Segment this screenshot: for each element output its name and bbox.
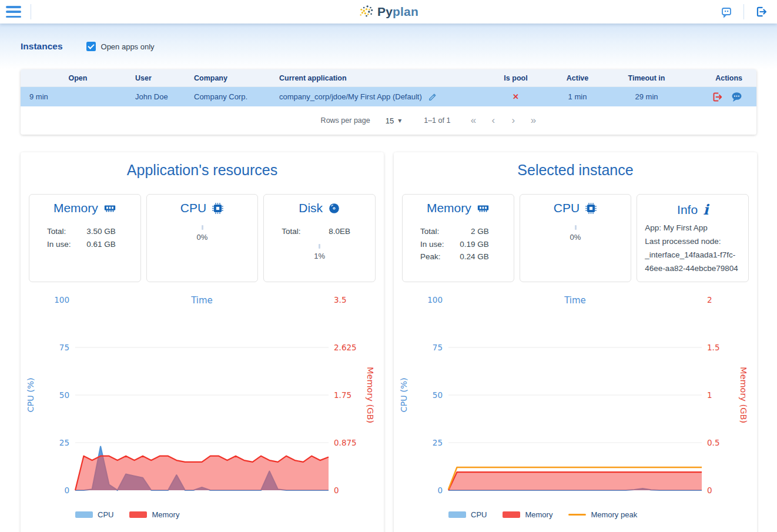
legend-item-memory[interactable]: Memory <box>129 510 179 519</box>
column-header-open: Open <box>21 74 135 82</box>
memory-inuse-value: 0.61 GB <box>86 238 116 251</box>
info-card: Info i App: My First App Last processed … <box>637 194 749 282</box>
send-message-chat-icon[interactable] <box>731 91 742 103</box>
pagination-range: 1–1 of 1 <box>424 116 450 125</box>
cpu-usage-gauge: 0% <box>147 225 258 242</box>
left-axis-tick-label: 0 <box>437 486 443 495</box>
cpu-card-title: CPU <box>180 201 206 215</box>
legend-label: Memory peak <box>591 510 637 519</box>
next-page-icon[interactable]: › <box>503 115 523 126</box>
left-axis-tick-label: 50 <box>433 390 443 400</box>
legend-swatch <box>568 514 586 516</box>
cell-actions <box>682 91 756 103</box>
kill-instance-logout-icon[interactable] <box>711 91 723 103</box>
info-node-label-line: Last processed node: <box>645 235 741 248</box>
right-axis-tick-label: 0 <box>707 486 712 495</box>
resource-usage-plot: 025507510000.8751.752.6253.5CPU (%)Memor… <box>21 286 384 501</box>
cpu-usage-gauge: 0% <box>520 225 631 242</box>
info-app-line: App: My First App <box>645 221 741 235</box>
memory-inuse-value: 0.19 GB <box>460 238 489 251</box>
last-page-icon[interactable]: » <box>523 115 543 126</box>
right-axis-tick-label: 3.5 <box>334 295 346 305</box>
previous-page-icon[interactable]: ‹ <box>483 115 503 126</box>
legend-item-cpu[interactable]: CPU <box>75 510 113 519</box>
cell-is-pool: ✕ <box>488 92 544 101</box>
x-axis-title: Time <box>564 295 586 306</box>
table-row[interactable]: 9 min John Doe Company Corp. company_cor… <box>21 87 756 106</box>
left-axis-tick-label: 75 <box>59 343 69 352</box>
disk-usage-gauge: 1% <box>264 244 375 260</box>
legend-label: CPU <box>98 510 113 519</box>
disk-card-title: Disk <box>299 201 323 215</box>
memory-peak-label: Peak: <box>420 250 441 263</box>
legend-label: CPU <box>471 510 487 519</box>
brand-logo: Pyplan <box>359 0 418 24</box>
assistant-chat-icon[interactable] <box>718 3 735 21</box>
column-header-timeout-in: Timeout in <box>611 74 682 82</box>
memory-series-area <box>448 472 702 490</box>
caret-down-icon: ▾ <box>398 116 401 125</box>
rows-per-page-value: 15 <box>386 116 394 125</box>
legend-item-memory-peak[interactable]: Memory peak <box>568 510 637 519</box>
cell-user: John Doe <box>135 92 194 101</box>
memory-inuse-label: In use: <box>47 238 71 251</box>
column-header-actions: Actions <box>682 74 756 82</box>
left-axis-tick-label: 0 <box>64 486 69 495</box>
cell-active: 1 min <box>544 92 611 101</box>
open-apps-only-filter[interactable]: Open apps only <box>86 42 155 51</box>
disk-usage-value: 1% <box>264 252 375 260</box>
pyplan-logo-icon <box>359 4 374 19</box>
cell-current-application: company_corp/jdoe/My First App (Default) <box>279 92 488 102</box>
memory-total-label: Total: <box>420 225 439 238</box>
gauge-tick <box>575 225 577 230</box>
column-header-current-application: Current application <box>279 74 488 82</box>
open-apps-only-checkbox[interactable] <box>86 42 96 51</box>
legend-label: Memory <box>525 510 552 519</box>
left-axis-title: CPU (%) <box>399 377 408 412</box>
left-axis-tick-label: 25 <box>59 438 69 447</box>
legend-item-memory[interactable]: Memory <box>503 510 552 519</box>
left-axis-tick-label: 100 <box>54 295 69 305</box>
disk-icon <box>328 202 340 215</box>
left-axis-tick-label: 75 <box>433 343 443 352</box>
pyplan-app: Pyplan Instances <box>0 0 777 532</box>
cell-timeout-in: 29 min <box>611 92 682 101</box>
first-page-icon[interactable]: « <box>463 115 483 126</box>
gauge-tick <box>202 225 203 230</box>
right-axis-tick-label: 1.5 <box>707 343 719 352</box>
chart-legend: CPUMemoryMemory peak <box>448 510 757 519</box>
legend-item-cpu[interactable]: CPU <box>448 510 487 519</box>
column-header-active: Active <box>544 74 611 82</box>
memory-total-label: Total: <box>47 225 66 238</box>
right-axis-tick-label: 0 <box>334 486 339 495</box>
left-axis-tick-label: 25 <box>433 438 443 447</box>
right-axis-tick-label: 1 <box>707 390 712 400</box>
left-axis-tick-label: 50 <box>59 390 69 400</box>
cell-company: Company Corp. <box>194 92 279 101</box>
disk-total-label: Total: <box>282 225 300 238</box>
edit-pencil-icon[interactable] <box>428 92 437 102</box>
application-resources-chart: 025507510000.8751.752.6253.5CPU (%)Memor… <box>21 286 384 519</box>
x-axis-title: Time <box>190 295 213 306</box>
info-icon: i <box>703 201 708 218</box>
cpu-chip-icon <box>212 202 224 215</box>
memory-series-area <box>75 456 329 490</box>
legend-swatch <box>75 511 93 518</box>
logout-icon[interactable] <box>752 3 770 21</box>
disk-card: Disk Total:8.0EB 1% <box>263 194 376 282</box>
panel-title: Selected instance <box>394 162 757 179</box>
menu-icon[interactable] <box>6 6 21 18</box>
ram-memory-icon <box>477 202 490 215</box>
is-pool-false-icon: ✕ <box>513 92 519 101</box>
info-node-id-line: _interface_14faada1-f7fc-46ee-aa82-44ebc… <box>645 248 741 275</box>
cpu-usage-value: 0% <box>147 233 258 242</box>
legend-label: Memory <box>152 510 179 519</box>
right-axis-title: Memory (GB) <box>366 367 375 423</box>
divider <box>31 4 31 19</box>
right-axis-tick-label: 1.75 <box>334 390 351 400</box>
rows-per-page-label: Rows per page <box>321 116 370 125</box>
column-header-user: User <box>135 74 194 82</box>
gauge-tick <box>319 244 320 249</box>
right-axis-tick-label: 2.625 <box>334 343 357 352</box>
rows-per-page-select[interactable]: 15 ▾ <box>386 116 402 125</box>
